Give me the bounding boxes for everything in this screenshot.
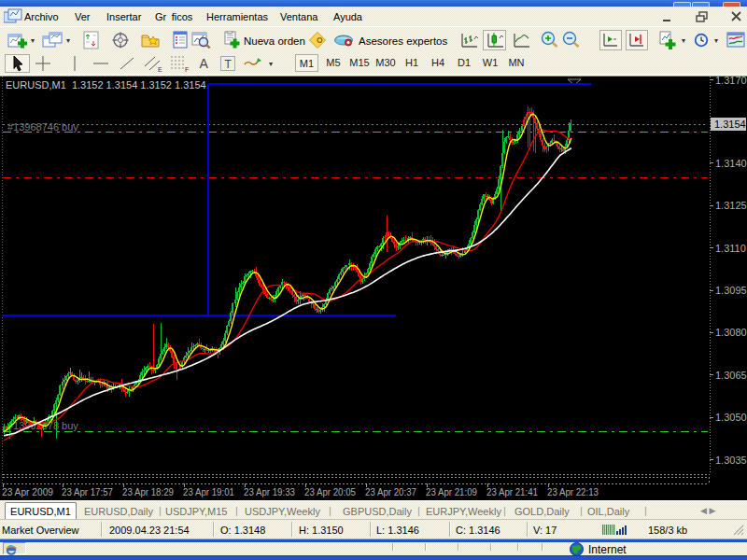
svg-text:23 Apr 20:05: 23 Apr 20:05 bbox=[304, 486, 356, 497]
svg-text:1.3050: 1.3050 bbox=[715, 412, 747, 423]
svg-text:23 Apr 22:13: 23 Apr 22:13 bbox=[547, 486, 599, 497]
svg-text:F: F bbox=[185, 66, 189, 73]
svg-text:1.3170: 1.3170 bbox=[715, 77, 747, 86]
svg-text:1.3154: 1.3154 bbox=[714, 119, 746, 130]
svg-text:1.3125: 1.3125 bbox=[715, 200, 747, 211]
svg-text:23 Apr 2009: 23 Apr 2009 bbox=[2, 486, 53, 497]
svg-text:23 Apr 19:01: 23 Apr 19:01 bbox=[183, 486, 234, 497]
svg-text:1.3140: 1.3140 bbox=[715, 158, 747, 169]
svg-text:1.3080: 1.3080 bbox=[715, 327, 747, 338]
svg-text:1.3065: 1.3065 bbox=[715, 370, 747, 381]
svg-text:A: A bbox=[200, 56, 209, 71]
svg-text:23 Apr 20:37: 23 Apr 20:37 bbox=[365, 486, 416, 497]
svg-text:23 Apr 21:09: 23 Apr 21:09 bbox=[426, 486, 477, 497]
svg-text:23 Apr 18:29: 23 Apr 18:29 bbox=[122, 486, 174, 497]
svg-text:T: T bbox=[225, 58, 233, 71]
svg-text:#13968746 buy: #13968746 buy bbox=[7, 121, 78, 133]
svg-text:EURUSD,M1 1.3152 1.3154 1.315: EURUSD,M1 1.3152 1.3154 1.3152 1.3154 bbox=[6, 79, 206, 91]
svg-text:1.3095: 1.3095 bbox=[715, 285, 747, 296]
svg-text:1.3110: 1.3110 bbox=[715, 243, 746, 254]
svg-text:1.3035: 1.3035 bbox=[715, 455, 747, 466]
svg-text:23 Apr 17:57: 23 Apr 17:57 bbox=[62, 486, 113, 497]
svg-text:E: E bbox=[158, 66, 162, 73]
svg-text:23 Apr 19:33: 23 Apr 19:33 bbox=[244, 486, 295, 497]
svg-text:23 Apr 21:41: 23 Apr 21:41 bbox=[486, 486, 538, 497]
